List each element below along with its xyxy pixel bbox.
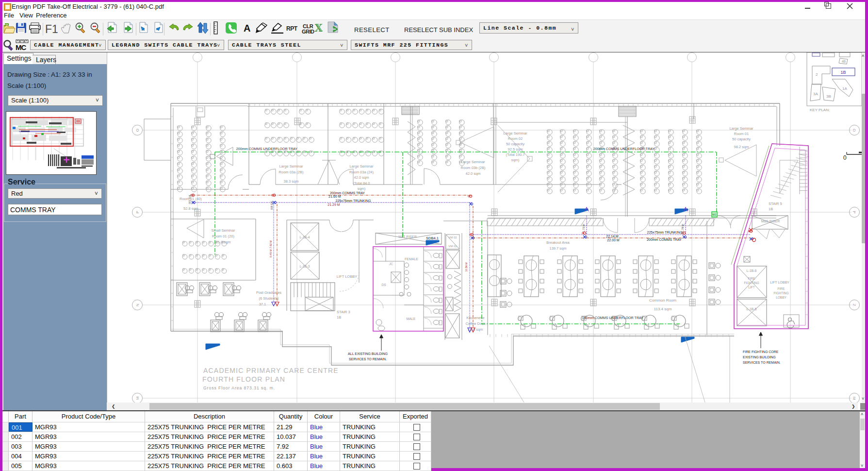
svg-text:L-1B-4: L-1B-4 <box>299 236 310 239</box>
svg-text:EXISTING BUILDING: EXISTING BUILDING <box>743 355 776 359</box>
svg-text:113.4 sqm: 113.4 sqm <box>654 307 672 311</box>
svg-text:1.78 M: 1.78 M <box>681 224 684 232</box>
svg-text:LIFT LOBBY: LIFT LOBBY <box>337 274 357 279</box>
svg-text:1B: 1B <box>337 315 341 320</box>
svg-text:52.8 sqm: 52.8 sqm <box>183 206 198 211</box>
svg-text:L-1B-3: L-1B-3 <box>299 265 310 268</box>
svg-text:1B: 1B <box>840 70 846 75</box>
svg-text:Large Seminar: Large Seminar <box>729 126 753 131</box>
svg-text:Room 03a (24): Room 03a (24) <box>349 170 374 174</box>
svg-text:10.56 M: 10.56 M <box>465 262 468 272</box>
svg-text:98.2 sqm: 98.2 sqm <box>734 145 749 149</box>
svg-text:008 020: 008 020 <box>270 201 273 210</box>
svg-text:Room 01: Room 01 <box>734 132 749 136</box>
svg-text:Common Room: Common Room <box>649 298 676 303</box>
svg-text:SERVICES TO REMAIN.: SERVICES TO REMAIN. <box>349 357 387 361</box>
svg-text:N: N <box>135 303 140 306</box>
svg-text:38.3 sqm: 38.3 sqm <box>284 179 299 184</box>
svg-text:Room 01 (20): Room 01 (20) <box>212 234 234 238</box>
svg-text:SDB4.1: SDB4.1 <box>426 236 439 240</box>
svg-text:sqm): sqm) <box>358 186 366 191</box>
svg-text:Room 02: Room 02 <box>508 136 523 141</box>
svg-text:VM 01: VM 01 <box>448 245 457 248</box>
svg-text:M: M <box>135 396 140 400</box>
svg-text:KEY PLAN:: KEY PLAN: <box>810 108 830 112</box>
svg-text:M: M <box>852 397 856 400</box>
svg-text:42.0 sqm: 42.0 sqm <box>466 171 481 176</box>
svg-text:LIFT: LIFT <box>748 286 754 289</box>
svg-text:21.29 M: 21.29 M <box>328 203 340 206</box>
svg-text:Breakout Area: Breakout Area <box>546 240 570 245</box>
svg-text:Post Graduates: Post Graduates <box>256 290 281 295</box>
svg-text:1A: 1A <box>842 86 847 91</box>
svg-text:FOURTH FLOOR PLAN: FOURTH FLOOR PLAN <box>202 375 285 383</box>
svg-text:Large Seminar: Large Seminar <box>503 131 527 135</box>
svg-text:FIRE: FIRE <box>748 277 755 280</box>
svg-text:P: P <box>852 211 856 213</box>
svg-text:Room 01 (40): Room 01 (40) <box>180 197 202 201</box>
svg-text:1.73 M: 1.73 M <box>582 224 585 232</box>
svg-text:SERVICES TO REMAIN.: SERVICES TO REMAIN. <box>743 361 781 364</box>
svg-text:MC: MC <box>16 43 26 51</box>
svg-text:F1: F1 <box>45 23 58 35</box>
svg-text:50 capacity: 50 capacity <box>506 142 524 146</box>
svg-text:Z: Z <box>852 304 856 306</box>
svg-text:LOBBY: LOBBY <box>776 296 786 299</box>
svg-text:O: O <box>852 129 856 132</box>
svg-text:FIGHTING: FIGHTING <box>744 281 759 285</box>
svg-text:Room 03b (2B): Room 03b (2B) <box>461 166 486 170</box>
svg-text:FIGHTING: FIGHTING <box>773 291 788 295</box>
svg-text:50 capacity: 50 capacity <box>732 137 751 141</box>
svg-text:LIFT LOBBY: LIFT LOBBY <box>770 281 789 284</box>
svg-text:W1: W1 <box>712 213 716 216</box>
svg-text:(Total 84.0: (Total 84.0 <box>353 181 370 185</box>
svg-text:3A: 3A <box>813 92 818 96</box>
svg-text:M&E RISER: M&E RISER <box>761 219 780 223</box>
svg-text:37.1: 37.1 <box>259 302 266 306</box>
svg-text:L-1B-5: L-1B-5 <box>746 307 756 311</box>
svg-text:STAIR 5: STAIR 5 <box>769 202 782 206</box>
svg-text:Room 03a (2B): Room 03a (2B) <box>279 170 304 174</box>
svg-text:0: 0 <box>843 154 847 161</box>
svg-text:3B: 3B <box>826 94 831 99</box>
svg-text:200mm COMMS TRAY: 200mm COMMS TRAY <box>330 191 365 195</box>
svg-text:Gross Floor Area 873.31 sq. m.: Gross Floor Area 873.31 sq. m. <box>203 386 275 390</box>
svg-text:Large Seminar: Large Seminar <box>279 164 303 168</box>
svg-text:Large Seminar: Large Seminar <box>461 160 485 164</box>
svg-text:STAIR 3: STAIR 3 <box>337 310 350 314</box>
svg-text:VM 02: VM 02 <box>448 236 457 239</box>
svg-text:200mm COMMS TRAY: 200mm COMMS TRAY <box>647 238 682 241</box>
svg-text:200mm COMMS UNDERFLOOR TRAY: 200mm COMMS UNDERFLOOR TRAY <box>236 147 298 151</box>
svg-text:2: 2 <box>816 72 818 77</box>
svg-text:150mm COMMS UNDERFLOOR TRAY: 150mm COMMS UNDERFLOOR TRAY <box>582 316 644 320</box>
svg-text:0.45 M 7.92 M: 0.45 M 7.92 M <box>269 240 272 257</box>
svg-text:L-1B-6: L-1B-6 <box>746 269 756 272</box>
svg-text:4B: 4B <box>842 60 846 63</box>
svg-text:FEMALE: FEMALE <box>405 257 418 261</box>
svg-text:P: P <box>135 211 140 213</box>
svg-text:(Total 190.7: (Total 190.7 <box>506 152 524 157</box>
svg-text:sqm): sqm) <box>511 158 520 162</box>
svg-text:DS: DS <box>381 283 386 286</box>
svg-text:21.0 sqm: 21.0 sqm <box>216 240 231 244</box>
svg-text:FIRE: FIRE <box>778 287 785 290</box>
svg-text:(6 Students): (6 Students) <box>259 296 279 301</box>
svg-text:RPT: RPT <box>286 25 298 32</box>
svg-text:A: A <box>244 23 250 34</box>
svg-text:225x75mm TRUNKING: 225x75mm TRUNKING <box>647 231 682 234</box>
svg-text:X: X <box>315 21 323 34</box>
svg-text:139.7 sqm: 139.7 sqm <box>549 246 566 251</box>
svg-text:O: O <box>135 129 140 132</box>
svg-text:FIRE FIGHTING CORE: FIRE FIGHTING CORE <box>743 350 779 353</box>
svg-text:MAT RISER: MAT RISER <box>398 235 416 238</box>
svg-text:22.00 M: 22.00 M <box>607 238 619 242</box>
svg-text:GRID: GRID <box>302 29 314 34</box>
svg-text:ALL EXISTING BUILDING: ALL EXISTING BUILDING <box>348 352 388 355</box>
svg-text:22.14 M: 22.14 M <box>606 235 618 238</box>
svg-text:JC: JC <box>389 262 393 266</box>
svg-text:225x75mm TRUNKING: 225x75mm TRUNKING <box>335 199 371 202</box>
svg-text:1B: 1B <box>769 207 773 211</box>
svg-text:MALE: MALE <box>406 317 415 320</box>
svg-text:42.0 sqm: 42.0 sqm <box>354 175 369 180</box>
svg-text:92.5 sqm: 92.5 sqm <box>508 147 523 151</box>
